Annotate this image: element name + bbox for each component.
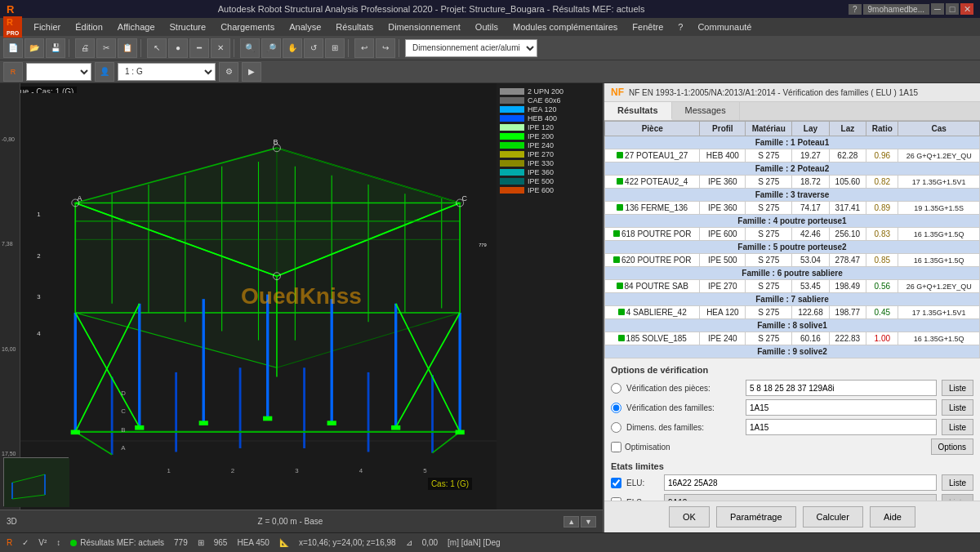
verif-familles-input[interactable] xyxy=(746,399,937,416)
radio-familles[interactable] xyxy=(611,403,621,413)
print-btn[interactable]: 🖨 xyxy=(75,38,95,58)
svg-rect-44 xyxy=(71,430,80,435)
dim-dropdown[interactable]: Dimensionnement acier/alumi xyxy=(405,39,537,57)
calculer-btn[interactable]: Calculer xyxy=(803,506,863,528)
results-table[interactable]: Pièce Profil Matériau Lay Laz Ratio Cas … xyxy=(604,121,980,358)
liste-btn-2[interactable]: Liste xyxy=(942,399,973,416)
svg-rect-45 xyxy=(135,425,144,430)
menu-edition[interactable]: Édition xyxy=(69,20,109,33)
els-input[interactable] xyxy=(664,494,937,501)
case-dropdown[interactable]: 1 : G xyxy=(118,63,216,81)
svg-rect-50 xyxy=(456,430,465,435)
viewport-3d[interactable]: -0,80 7,38 16,00 17,50 xyxy=(0,83,603,510)
view-btn[interactable]: R xyxy=(3,62,23,82)
redo-btn[interactable]: ↪ xyxy=(376,38,395,58)
fit-btn[interactable]: ⊞ xyxy=(325,38,345,58)
save-btn[interactable]: 💾 xyxy=(46,38,65,58)
dimens-familles-row: Dimens. des familles: Liste xyxy=(611,419,973,435)
user-btn[interactable]: 9mohamedbe... xyxy=(863,4,930,15)
scroll-up[interactable]: ▲ xyxy=(564,516,579,528)
settings-btn[interactable]: ⚙ xyxy=(219,62,238,82)
menu-analyse[interactable]: Analyse xyxy=(283,20,327,33)
verif-pieces-input[interactable] xyxy=(746,380,937,396)
help-btn[interactable]: ? xyxy=(849,4,862,15)
options-btn[interactable]: Options xyxy=(931,438,973,455)
del-btn[interactable]: ✕ xyxy=(211,38,230,58)
menu-resultats[interactable]: Résultats xyxy=(329,20,380,33)
status-angle: 0,00 xyxy=(422,538,438,547)
scroll-down[interactable]: ▼ xyxy=(581,516,596,528)
els-row: ELS: Liste xyxy=(611,494,973,501)
col-piece: Pièce xyxy=(605,122,700,136)
zoom-in[interactable]: 🔍 xyxy=(240,38,260,58)
dimens-familles-input[interactable] xyxy=(746,419,937,435)
status-coords: x=10,46; y=24,00; z=16,98 xyxy=(299,538,396,547)
maximize-btn[interactable]: □ xyxy=(946,3,959,15)
ok-btn[interactable]: OK xyxy=(669,506,710,528)
menu-communaute[interactable]: Communauté xyxy=(691,20,758,33)
optimisation-label: Optimisation xyxy=(625,443,670,452)
bar-btn[interactable]: ━ xyxy=(189,38,209,58)
table-row[interactable]: 185 SOLVE_185 IPE 240 S 275 60.16 222.83… xyxy=(605,332,980,345)
parametrage-btn[interactable]: Paramétrage xyxy=(716,506,796,528)
svg-text:B: B xyxy=(273,138,278,146)
node-select[interactable] xyxy=(26,63,91,81)
table-row[interactable]: 422 POTEAU2_4 IPE 360 S 275 18.72 105.60… xyxy=(605,176,980,189)
main-content: R Vue - Cas: 1 (G) -0,80 7,38 16,00 17,5… xyxy=(0,83,980,532)
etats-limites-title: Etats limites xyxy=(611,461,973,471)
nf-header: NF NF EN 1993-1-1:2005/NA:2013/A1:2014 -… xyxy=(604,83,980,102)
cut-btn[interactable]: ✂ xyxy=(96,38,116,58)
person-btn[interactable]: 👤 xyxy=(95,62,114,82)
menu-dimensionnement[interactable]: Dimensionnement xyxy=(381,20,467,33)
statusbar: R ✓ V² ↕ Résultats MEF: actuels 779 ⊞ 96… xyxy=(0,532,980,552)
viewport-bottom: 3D Z = 0,00 m - Base ▲ ▼ xyxy=(0,510,603,532)
run-btn[interactable]: ▶ xyxy=(242,62,261,82)
table-row[interactable]: 4 SABLIERE_42 HEA 120 S 275 122.68 198.7… xyxy=(605,306,980,319)
aide-btn[interactable]: Aide xyxy=(870,506,915,528)
undo-btn[interactable]: ↩ xyxy=(354,38,374,58)
legend-item: IPE 600 xyxy=(500,186,599,194)
new-btn[interactable]: 📄 xyxy=(3,38,23,58)
liste-btn-1[interactable]: Liste xyxy=(942,380,973,396)
open-btn[interactable]: 📂 xyxy=(24,38,44,58)
liste-btn-5[interactable]: Liste xyxy=(942,494,973,501)
radio-dimens[interactable] xyxy=(611,422,621,433)
svg-text:3: 3 xyxy=(37,293,41,300)
copy-btn[interactable]: 📋 xyxy=(118,38,137,58)
menu-fenetre[interactable]: Fenêtre xyxy=(626,20,670,33)
tab-resultats[interactable]: Résultats xyxy=(604,102,672,120)
liste-btn-3[interactable]: Liste xyxy=(942,419,973,435)
liste-btn-4[interactable]: Liste xyxy=(942,474,973,491)
table-row[interactable]: 27 POTEAU1_27 HEB 400 S 275 19.27 62.28 … xyxy=(605,149,980,162)
table-row[interactable]: 620 POUTRE POR IPE 500 S 275 53.04 278.4… xyxy=(605,254,980,267)
nav-arrows[interactable]: ▲ ▼ xyxy=(564,516,596,528)
close-btn[interactable]: ✕ xyxy=(960,3,973,15)
table-row[interactable]: 84 POUTRE SAB IPE 270 S 275 53.45 198.49… xyxy=(605,280,980,293)
menu-aide[interactable]: ? xyxy=(671,20,689,33)
menu-affichage[interactable]: Affichage xyxy=(111,20,162,33)
rotate-btn[interactable]: ↺ xyxy=(304,38,323,58)
tabs-bar: Résultats Messages xyxy=(604,102,980,121)
tab-messages[interactable]: Messages xyxy=(672,102,740,120)
menu-chargements[interactable]: Chargements xyxy=(214,20,281,33)
node-btn[interactable]: ● xyxy=(168,38,188,58)
table-row[interactable]: 136 FERME_136 IPE 360 S 275 74.17 317.41… xyxy=(605,202,980,215)
select-btn[interactable]: ↖ xyxy=(147,38,167,58)
minimize-btn[interactable]: ─ xyxy=(931,3,944,15)
zoom-out[interactable]: 🔎 xyxy=(261,38,281,58)
pan-btn[interactable]: ✋ xyxy=(283,38,302,58)
svg-text:5: 5 xyxy=(423,467,427,474)
radio-pieces[interactable] xyxy=(611,383,621,394)
table-row[interactable]: 618 POUTRE POR IPE 600 S 275 42.46 256.1… xyxy=(605,228,980,241)
verification-familles-row: Vérification des familles: Liste xyxy=(611,399,973,416)
menu-outils[interactable]: Outils xyxy=(469,20,505,33)
optimisation-check[interactable] xyxy=(611,442,621,452)
menu-modules[interactable]: Modules complémentaires xyxy=(506,20,624,33)
elu-check[interactable] xyxy=(611,478,621,488)
main-toolbar: 📄 📂 💾 🖨 ✂ 📋 ↖ ● ━ ✕ 🔍 🔎 ✋ ↺ ⊞ ↩ ↪ Dimens… xyxy=(0,36,980,60)
menu-fichier[interactable]: Fichier xyxy=(27,20,67,33)
view-mode: 3D xyxy=(7,517,17,526)
svg-text:A: A xyxy=(121,444,126,452)
menu-structure[interactable]: Structure xyxy=(163,20,213,33)
elu-input[interactable] xyxy=(664,474,937,491)
